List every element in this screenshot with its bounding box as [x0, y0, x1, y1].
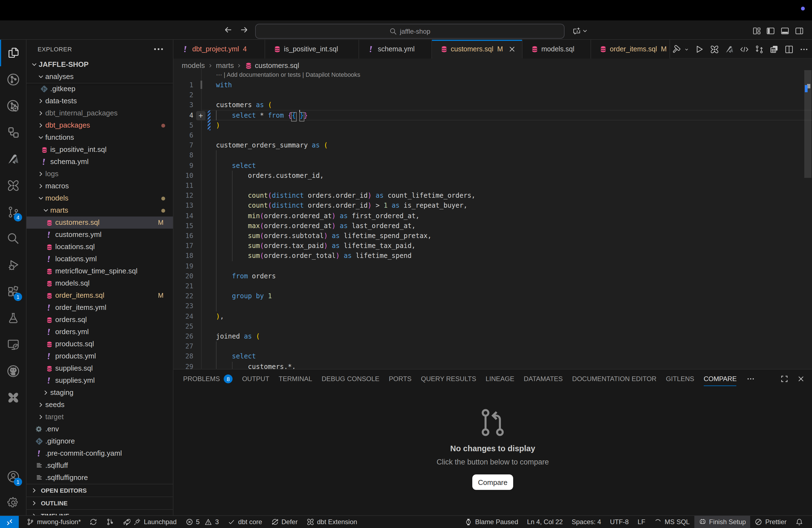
back-arrow-icon[interactable] [224, 25, 233, 34]
command-center-search[interactable]: jaffle-shop [255, 24, 565, 39]
action-query-results[interactable] [769, 44, 779, 54]
tree-item-staging[interactable]: staging [27, 386, 173, 399]
activity-extensions[interactable]: 1 [0, 278, 26, 305]
tree-item-customers.sql[interactable]: customers.sqlM [27, 217, 173, 229]
maximize-panel-icon[interactable] [780, 375, 789, 383]
status-blame-paused[interactable]: Blame Paused [460, 516, 523, 528]
tree-item-marts[interactable]: marts [27, 204, 173, 217]
panel-tab-terminal[interactable]: TERMINAL [274, 369, 317, 388]
tree-item-.gitkeep[interactable]: .gitkeep [27, 83, 173, 95]
tree-item-customers.yml[interactable]: customers.yml [27, 229, 173, 241]
tab-models.sql[interactable]: models.sql [523, 40, 591, 59]
tree-item-supplies.yml[interactable]: supplies.yml [27, 375, 173, 386]
tree-item-dbt-packages[interactable]: dbt_packages [27, 119, 173, 131]
activity-source-control[interactable]: 4 [0, 199, 26, 225]
code-editor[interactable]: ⋯ | Add documentation or tests | Datapil… [173, 69, 812, 369]
status-encoding[interactable]: UTF-8 [605, 516, 633, 528]
tree-item-metricflow-time-spine.sql[interactable]: metricflow_time_spine.sql [27, 265, 173, 277]
chevron-down-icon[interactable] [582, 27, 588, 35]
tree-item-products.yml[interactable]: products.yml [27, 350, 173, 362]
tree-item-data-tests[interactable]: data-tests [27, 95, 173, 107]
toggle-panel-icon[interactable] [781, 27, 789, 35]
panel-tab-documentation-editor[interactable]: DOCUMENTATION EDITOR [568, 369, 661, 388]
status-language-mode[interactable]: MS SQL [650, 516, 694, 528]
remote-indicator[interactable] [0, 516, 19, 528]
tree-item-dbt-internal-packages[interactable]: dbt_internal_packages [27, 107, 173, 119]
activity-explorer[interactable] [0, 40, 26, 66]
tree-item-.env[interactable]: .env [27, 423, 173, 435]
status-problems-summary[interactable]: 53 [181, 516, 223, 528]
tree-item-order-items.yml[interactable]: order_items.yml [27, 302, 173, 314]
tab-customers.sql[interactable]: customers.sqlM [432, 40, 523, 59]
tree-item-orders.sql[interactable]: orders.sql [27, 314, 173, 326]
tree-item-analyses[interactable]: analyses [27, 71, 173, 83]
panel-tab-output[interactable]: OUTPUT [237, 369, 274, 388]
tree-item-order-items.sql[interactable]: order_items.sqlM [27, 289, 173, 302]
action-split-editor[interactable] [784, 44, 794, 54]
status-dbt-extension[interactable]: dbt Extension [302, 516, 362, 528]
action-compare-changes[interactable] [755, 44, 764, 54]
panel-tab-gitlens[interactable]: GITLENS [661, 369, 699, 388]
tree-item-models[interactable]: models [27, 192, 173, 204]
activity-gitlens-inspect[interactable] [0, 93, 26, 119]
tree-item-logs[interactable]: logs [27, 168, 173, 180]
status-prettier[interactable]: Prettier [750, 516, 791, 528]
forward-arrow-icon[interactable] [240, 25, 249, 34]
activity-manage[interactable] [0, 489, 26, 516]
panel-tab-more-panel-tabs[interactable] [741, 369, 759, 388]
panel-tab-problems[interactable]: PROBLEMS8 [178, 369, 237, 388]
panel-tab-lineage[interactable]: LINEAGE [481, 369, 519, 388]
section-timeline[interactable]: TIMELINE [27, 509, 173, 515]
tree-item-schema.yml[interactable]: schema.yml [27, 156, 173, 168]
status-dbt-core[interactable]: dbt core [223, 516, 266, 528]
status-git-branch[interactable]: mwong-fusion* [22, 516, 85, 528]
tree-item-orders.yml[interactable]: orders.yml [27, 326, 173, 338]
activity-search[interactable] [0, 225, 26, 252]
activity-datapilot[interactable] [0, 119, 26, 146]
tree-item-.pre-commit-config.yaml[interactable]: .pre-commit-config.yaml [27, 448, 173, 459]
panel-tab-ports[interactable]: PORTS [384, 369, 416, 388]
activity-accounts[interactable]: 1 [0, 464, 26, 490]
compare-button[interactable]: Compare [472, 474, 513, 490]
more-actions-icon[interactable] [153, 43, 164, 55]
tree-item-.gitignore[interactable]: .gitignore [27, 435, 173, 448]
status-finish-setup[interactable]: Finish Setup [694, 516, 750, 528]
activity-dbt-power-user[interactable] [0, 172, 26, 199]
activity-altimate-ai[interactable] [0, 146, 26, 172]
action-more-actions[interactable] [799, 44, 809, 54]
status-cursor-position[interactable]: Ln 4, Col 22 [523, 516, 567, 528]
activity-github[interactable] [0, 358, 26, 384]
tree-item-jaffle-shop[interactable]: JAFFLE-SHOP [27, 59, 173, 71]
panel-tab-datamates[interactable]: DATAMATES [519, 369, 567, 388]
action-altimate-action[interactable] [725, 44, 734, 54]
tab-is-positive-int.sql[interactable]: is_positive_int.sql [265, 40, 359, 59]
tree-item-locations.yml[interactable]: locations.yml [27, 253, 173, 265]
activity-testing[interactable] [0, 305, 26, 332]
close-tab-icon[interactable] [507, 44, 516, 53]
tree-item-functions[interactable]: functions [27, 131, 173, 144]
tree-item-supplies.sql[interactable]: supplies.sql [27, 362, 173, 375]
tree-item-locations.sql[interactable]: locations.sql [27, 241, 173, 253]
action-build-options[interactable] [684, 44, 690, 54]
status-eol[interactable]: LF [633, 516, 650, 528]
status-launchpad[interactable]: Launchpad [118, 516, 181, 528]
section-outline[interactable]: OUTLINE [27, 497, 173, 509]
tab-dbt-project.yml[interactable]: dbt_project.yml4 [173, 40, 265, 59]
status-indentation[interactable]: Spaces: 4 [567, 516, 606, 528]
action-execute-query[interactable] [695, 44, 704, 54]
action-dbt-build[interactable] [672, 44, 682, 54]
toggle-sidebar-right-icon[interactable] [795, 27, 804, 35]
section-open-editors[interactable]: OPEN EDITORS [27, 484, 173, 496]
activity-gitlens[interactable] [0, 66, 26, 93]
tree-item-.sqlfluffignore[interactable]: .sqlfluffignore [27, 472, 173, 484]
tab-schema.yml[interactable]: schema.yml [359, 40, 432, 59]
tab-order-items.sql[interactable]: order_items.sqlM [591, 40, 670, 59]
tree-item-models.sql[interactable]: models.sql [27, 277, 173, 289]
activity-run-and-debug[interactable] [0, 252, 26, 278]
add-comment-button[interactable]: + [196, 111, 205, 120]
activity-remote-explorer[interactable] [0, 332, 26, 358]
action-compiled-code[interactable] [740, 44, 749, 54]
status-sync-changes[interactable] [85, 516, 102, 528]
panel-tab-compare[interactable]: COMPARE [699, 369, 742, 388]
toggle-sidebar-left-icon[interactable] [766, 27, 775, 35]
